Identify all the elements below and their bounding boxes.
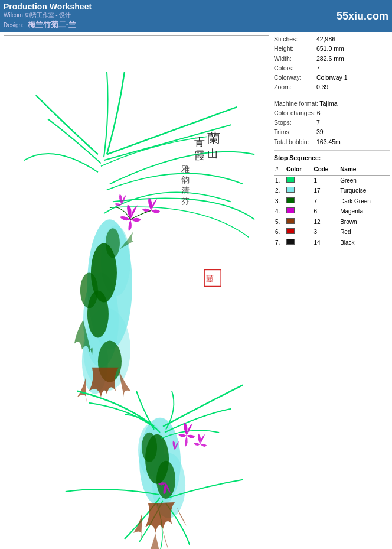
color-row-name: Magenta [339,206,390,217]
bobbin-value: 163.45m [316,137,341,147]
color-row: 2.17Turquoise [274,186,390,196]
bobbin-row: Total bobbin: 163.45m [274,137,390,147]
height-value: 651.0 mm [316,44,344,53]
svg-point-10 [106,228,120,258]
height-label: Height: [274,44,315,53]
stops-row: Stops: 7 [274,118,390,127]
colors-value: 7 [316,63,320,73]
color-row-num: 2. [274,186,285,196]
trims-value: 39 [316,127,324,137]
color-changes-label: Color changes: [274,108,316,118]
color-row: 7.14Black [274,238,390,248]
zoom-row: Zoom: 0.39 [274,82,390,92]
header: Production Worksheet Wilcom 刺绣工作室 - 设计 D… [0,0,392,32]
machine-format-label: Machine format: [274,99,318,108]
color-row-swatch [285,186,312,196]
color-swatch-box [286,239,295,245]
svg-text:青: 青 [194,136,205,148]
color-swatch-box [286,197,295,203]
color-row-swatch [285,175,312,186]
stitches-label: Stitches: [274,34,315,44]
colorway-value: Colorway 1 [316,73,348,82]
color-row-code: 6 [312,206,339,217]
color-changes-value: 6 [317,108,321,118]
colorway-label: Colorway: [274,73,315,82]
stop-sequence-block: Stop Sequence: # Color Code Name 1.1Gree… [274,153,390,248]
color-row-name: Turquoise [339,186,390,196]
color-row: 1.1Green [274,175,390,186]
svg-rect-0 [6,36,267,549]
width-value: 282.6 mm [316,54,344,63]
design-name-row: Design: 梅兰竹菊二-兰 [4,20,92,30]
color-row-name: Brown [339,217,390,228]
color-row-swatch [285,196,312,207]
color-table: # Color Code Name 1.1Green2.17Turquoise3… [274,164,390,248]
machine-block: Machine format: Tajima Color changes: 6 … [274,99,390,147]
color-row: 3.7Dark Green [274,196,390,207]
machine-format-row: Machine format: Tajima [274,99,390,108]
site-name: 55xiu.com [337,10,388,22]
color-row-num: 5. [274,217,285,228]
color-swatch-box [286,187,295,193]
color-table-body: 1.1Green2.17Turquoise3.7Dark Green4.6Mag… [274,175,390,248]
color-row-num: 6. [274,227,285,238]
canvas-area: 蘭 山 青 霞 雅 韵 清 芬 囍 [4,35,269,549]
color-row-code: 3 [312,227,339,238]
color-row-swatch [285,206,312,217]
svg-text:雅: 雅 [181,165,190,174]
color-row-name: Dark Green [339,196,390,207]
color-row-name: Black [339,238,390,248]
svg-text:蘭: 蘭 [207,131,220,145]
color-row-code: 14 [312,238,339,248]
color-row-swatch [285,238,312,248]
zoom-label: Zoom: [274,82,315,92]
stops-label: Stops: [274,118,315,127]
color-changes-row: Color changes: 6 [274,108,390,118]
header-left: Production Worksheet Wilcom 刺绣工作室 - 设计 D… [4,2,92,30]
stats-block: Stitches: 42,986 Height: 651.0 mm Width:… [274,34,390,92]
color-swatch-box [286,207,295,213]
svg-text:囍: 囍 [206,274,214,283]
divider-2 [274,150,390,151]
height-row: Height: 651.0 mm [274,44,390,53]
width-row: Width: 282.6 mm [274,54,390,63]
design-svg: 蘭 山 青 霞 雅 韵 清 芬 囍 [4,36,269,549]
color-swatch-box [286,177,295,183]
color-row: 5.12Brown [274,217,390,228]
color-row-name: Green [339,175,390,186]
colors-label: Colors: [274,63,315,73]
color-row-name: Red [339,227,390,238]
color-row: 6.3Red [274,227,390,238]
color-row-num: 3. [274,196,285,207]
stops-value: 7 [316,118,320,127]
zoom-value: 0.39 [316,82,328,92]
trims-label: Trims: [274,127,315,137]
color-row-code: 12 [312,217,339,228]
col-name: Name [339,164,390,175]
info-panel: Stitches: 42,986 Height: 651.0 mm Width:… [273,32,392,549]
color-swatch-box [286,218,295,224]
color-row: 4.6Magenta [274,206,390,217]
color-row-code: 17 [312,186,339,196]
bobbin-label: Total bobbin: [274,137,315,147]
main-layout: 蘭 山 青 霞 雅 韵 清 芬 囍 [0,32,392,549]
svg-text:清: 清 [181,186,190,195]
color-row-num: 1. [274,175,285,186]
color-swatch-box [286,228,295,234]
trims-row: Trims: 39 [274,127,390,137]
svg-text:韵: 韵 [181,176,190,184]
colorway-row: Colorway: Colorway 1 [274,73,390,82]
color-row-num: 7. [274,238,285,248]
svg-point-26 [142,433,157,462]
color-row-swatch [285,217,312,228]
colors-row: Colors: 7 [274,63,390,73]
color-row-code: 1 [312,175,339,186]
svg-text:芬: 芬 [181,197,190,206]
color-row-code: 7 [312,196,339,207]
page-title: Production Worksheet [4,2,92,11]
svg-text:山: 山 [207,148,218,160]
width-label: Width: [274,54,315,63]
design-name: 梅兰竹菊二-兰 [28,20,76,29]
col-code: Code [312,164,339,175]
svg-text:霞: 霞 [194,150,205,161]
